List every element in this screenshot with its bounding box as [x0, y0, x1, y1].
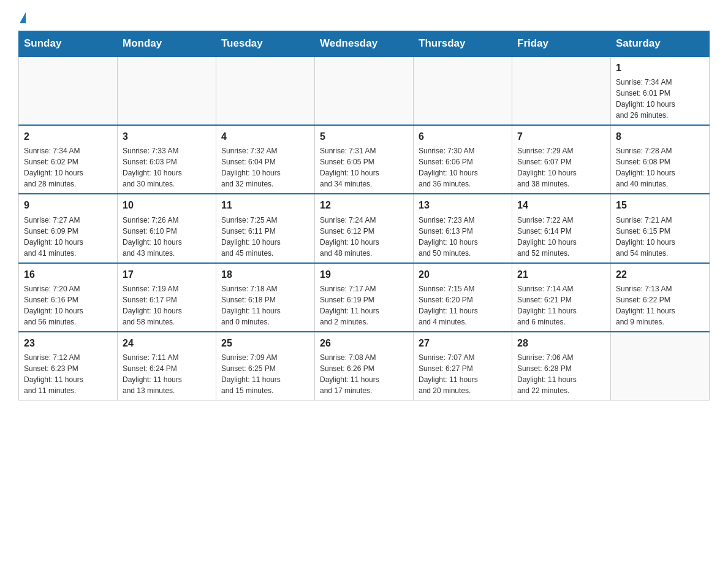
calendar-cell: 4Sunrise: 7:32 AM Sunset: 6:04 PM Daylig…: [216, 125, 315, 194]
calendar-cell: 22Sunrise: 7:13 AM Sunset: 6:22 PM Dayli…: [611, 263, 710, 332]
day-number: 17: [123, 267, 211, 282]
day-number: 24: [123, 336, 211, 350]
day-number: 18: [221, 267, 309, 282]
day-number: 4: [221, 129, 309, 144]
day-info: Sunrise: 7:24 AM Sunset: 6:12 PM Dayligh…: [320, 215, 408, 259]
day-info: Sunrise: 7:31 AM Sunset: 6:05 PM Dayligh…: [320, 145, 408, 190]
calendar-cell: 17Sunrise: 7:19 AM Sunset: 6:17 PM Dayli…: [118, 263, 216, 332]
day-number: 10: [123, 198, 211, 212]
calendar-cell: 7Sunrise: 7:29 AM Sunset: 6:07 PM Daylig…: [512, 125, 611, 194]
day-number: 14: [517, 198, 605, 212]
day-number: 8: [616, 129, 704, 144]
day-number: 21: [517, 267, 605, 282]
day-number: 12: [320, 198, 408, 212]
day-info: Sunrise: 7:18 AM Sunset: 6:18 PM Dayligh…: [221, 283, 309, 327]
calendar-cell: 26Sunrise: 7:08 AM Sunset: 6:26 PM Dayli…: [315, 332, 414, 400]
calendar-cell: [118, 56, 216, 125]
day-info: Sunrise: 7:30 AM Sunset: 6:06 PM Dayligh…: [419, 145, 507, 190]
day-info: Sunrise: 7:07 AM Sunset: 6:27 PM Dayligh…: [419, 352, 507, 396]
day-number: 15: [616, 198, 704, 212]
calendar-cell: 15Sunrise: 7:21 AM Sunset: 6:15 PM Dayli…: [611, 194, 710, 262]
day-number: 11: [221, 198, 309, 212]
day-info: Sunrise: 7:09 AM Sunset: 6:25 PM Dayligh…: [221, 352, 309, 396]
day-number: 19: [320, 267, 408, 282]
day-number: 6: [419, 129, 507, 144]
day-number: 3: [123, 129, 211, 144]
calendar-week-row: 23Sunrise: 7:12 AM Sunset: 6:23 PM Dayli…: [19, 332, 710, 400]
day-number: 16: [24, 267, 112, 282]
day-number: 7: [517, 129, 605, 144]
day-info: Sunrise: 7:34 AM Sunset: 6:02 PM Dayligh…: [24, 145, 112, 190]
calendar-cell: 28Sunrise: 7:06 AM Sunset: 6:28 PM Dayli…: [512, 332, 611, 400]
calendar-cell: 24Sunrise: 7:11 AM Sunset: 6:24 PM Dayli…: [118, 332, 216, 400]
page-header: [18, 12, 710, 25]
calendar-cell: [315, 56, 414, 125]
calendar-cell: 2Sunrise: 7:34 AM Sunset: 6:02 PM Daylig…: [19, 125, 118, 194]
calendar-cell: 12Sunrise: 7:24 AM Sunset: 6:12 PM Dayli…: [315, 194, 414, 262]
day-info: Sunrise: 7:32 AM Sunset: 6:04 PM Dayligh…: [221, 145, 309, 190]
day-info: Sunrise: 7:26 AM Sunset: 6:10 PM Dayligh…: [123, 215, 211, 259]
day-info: Sunrise: 7:08 AM Sunset: 6:26 PM Dayligh…: [320, 352, 408, 396]
day-info: Sunrise: 7:06 AM Sunset: 6:28 PM Dayligh…: [517, 352, 605, 396]
calendar-cell: 5Sunrise: 7:31 AM Sunset: 6:05 PM Daylig…: [315, 125, 414, 194]
day-info: Sunrise: 7:23 AM Sunset: 6:13 PM Dayligh…: [419, 215, 507, 259]
logo-triangle-icon: [20, 12, 26, 23]
calendar-cell: 21Sunrise: 7:14 AM Sunset: 6:21 PM Dayli…: [512, 263, 611, 332]
calendar-cell: [216, 56, 315, 125]
calendar-cell: 1Sunrise: 7:34 AM Sunset: 6:01 PM Daylig…: [611, 56, 710, 125]
day-info: Sunrise: 7:28 AM Sunset: 6:08 PM Dayligh…: [616, 145, 704, 190]
calendar-cell: 25Sunrise: 7:09 AM Sunset: 6:25 PM Dayli…: [216, 332, 315, 400]
day-number: 23: [24, 336, 112, 350]
calendar-header-wednesday: Wednesday: [315, 31, 414, 57]
day-number: 13: [419, 198, 507, 212]
calendar-header-thursday: Thursday: [414, 31, 512, 57]
day-info: Sunrise: 7:17 AM Sunset: 6:19 PM Dayligh…: [320, 283, 408, 327]
calendar-cell: [611, 332, 710, 400]
day-info: Sunrise: 7:11 AM Sunset: 6:24 PM Dayligh…: [123, 352, 211, 396]
day-info: Sunrise: 7:22 AM Sunset: 6:14 PM Dayligh…: [517, 215, 605, 259]
calendar-week-row: 2Sunrise: 7:34 AM Sunset: 6:02 PM Daylig…: [19, 125, 710, 194]
calendar-header-friday: Friday: [512, 31, 611, 57]
day-number: 27: [419, 336, 507, 350]
calendar-header-row: SundayMondayTuesdayWednesdayThursdayFrid…: [19, 31, 710, 57]
day-info: Sunrise: 7:29 AM Sunset: 6:07 PM Dayligh…: [517, 145, 605, 190]
calendar-cell: 8Sunrise: 7:28 AM Sunset: 6:08 PM Daylig…: [611, 125, 710, 194]
calendar-header-tuesday: Tuesday: [216, 31, 315, 57]
calendar-table: SundayMondayTuesdayWednesdayThursdayFrid…: [18, 31, 710, 400]
calendar-cell: 6Sunrise: 7:30 AM Sunset: 6:06 PM Daylig…: [414, 125, 512, 194]
day-info: Sunrise: 7:33 AM Sunset: 6:03 PM Dayligh…: [123, 145, 211, 190]
day-info: Sunrise: 7:27 AM Sunset: 6:09 PM Dayligh…: [24, 215, 112, 259]
day-info: Sunrise: 7:20 AM Sunset: 6:16 PM Dayligh…: [24, 283, 112, 327]
day-number: 22: [616, 267, 704, 282]
day-number: 25: [221, 336, 309, 350]
calendar-cell: 3Sunrise: 7:33 AM Sunset: 6:03 PM Daylig…: [118, 125, 216, 194]
calendar-week-row: 1Sunrise: 7:34 AM Sunset: 6:01 PM Daylig…: [19, 56, 710, 125]
calendar-cell: 18Sunrise: 7:18 AM Sunset: 6:18 PM Dayli…: [216, 263, 315, 332]
calendar-cell: 13Sunrise: 7:23 AM Sunset: 6:13 PM Dayli…: [414, 194, 512, 262]
calendar-cell: 23Sunrise: 7:12 AM Sunset: 6:23 PM Dayli…: [19, 332, 118, 400]
day-number: 28: [517, 336, 605, 350]
calendar-header-sunday: Sunday: [19, 31, 118, 57]
day-info: Sunrise: 7:13 AM Sunset: 6:22 PM Dayligh…: [616, 283, 704, 327]
calendar-cell: 11Sunrise: 7:25 AM Sunset: 6:11 PM Dayli…: [216, 194, 315, 262]
calendar-cell: 9Sunrise: 7:27 AM Sunset: 6:09 PM Daylig…: [19, 194, 118, 262]
calendar-cell: [414, 56, 512, 125]
calendar-week-row: 16Sunrise: 7:20 AM Sunset: 6:16 PM Dayli…: [19, 263, 710, 332]
day-number: 26: [320, 336, 408, 350]
calendar-week-row: 9Sunrise: 7:27 AM Sunset: 6:09 PM Daylig…: [19, 194, 710, 262]
calendar-cell: 14Sunrise: 7:22 AM Sunset: 6:14 PM Dayli…: [512, 194, 611, 262]
day-info: Sunrise: 7:12 AM Sunset: 6:23 PM Dayligh…: [24, 352, 112, 396]
calendar-header-saturday: Saturday: [611, 31, 710, 57]
day-info: Sunrise: 7:19 AM Sunset: 6:17 PM Dayligh…: [123, 283, 211, 327]
day-number: 9: [24, 198, 112, 212]
calendar-cell: 19Sunrise: 7:17 AM Sunset: 6:19 PM Dayli…: [315, 263, 414, 332]
calendar-header-monday: Monday: [118, 31, 216, 57]
calendar-cell: [19, 56, 118, 125]
calendar-cell: [512, 56, 611, 125]
day-info: Sunrise: 7:15 AM Sunset: 6:20 PM Dayligh…: [419, 283, 507, 327]
day-number: 5: [320, 129, 408, 144]
calendar-cell: 16Sunrise: 7:20 AM Sunset: 6:16 PM Dayli…: [19, 263, 118, 332]
day-number: 20: [419, 267, 507, 282]
calendar-cell: 27Sunrise: 7:07 AM Sunset: 6:27 PM Dayli…: [414, 332, 512, 400]
day-info: Sunrise: 7:34 AM Sunset: 6:01 PM Dayligh…: [616, 77, 704, 121]
